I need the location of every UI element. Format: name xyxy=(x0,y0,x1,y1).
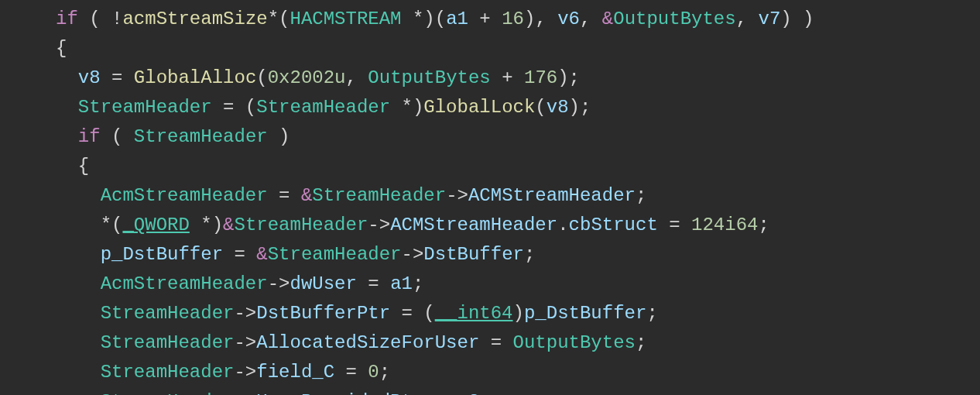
num-16: 16 xyxy=(502,9,524,29)
punct: ( xyxy=(78,9,111,29)
keyword-if: if xyxy=(78,126,101,147)
fn-GlobalAlloc: GlobalAlloc xyxy=(134,67,256,88)
punct: -> xyxy=(234,332,256,353)
punct: ; xyxy=(758,215,769,235)
punct: = xyxy=(479,332,512,353)
punct: *)( xyxy=(402,9,447,29)
punct: ); xyxy=(557,67,580,88)
id-a2: a2 xyxy=(457,391,480,395)
keyword-if: if xyxy=(56,9,78,29)
id-StreamHeader: StreamHeader xyxy=(78,97,212,118)
punct: *( xyxy=(268,9,290,29)
id-v6: v6 xyxy=(557,9,580,29)
id-OutputBytes: OutputBytes xyxy=(513,332,636,353)
punct: ; xyxy=(636,185,646,206)
decompiler-code-block: if ( !acmStreamSize*(HACMSTREAM *)(a1 + … xyxy=(0,0,980,395)
punct: ; xyxy=(646,303,657,324)
id-StreamHeader: StreamHeader xyxy=(234,215,368,235)
id-StreamHeader: StreamHeader xyxy=(101,391,235,395)
punct: ; xyxy=(379,362,390,383)
punct: -> xyxy=(234,303,256,324)
punct: ), xyxy=(524,9,557,29)
id-p_DstBuffer: p_DstBuffer xyxy=(101,244,223,265)
punct: ; xyxy=(479,391,490,395)
id-p_DstBuffer: p_DstBuffer xyxy=(524,303,646,324)
id-v7: v7 xyxy=(758,9,780,29)
punct: ( xyxy=(101,126,134,147)
id-v8: v8 xyxy=(78,67,101,88)
punct: ( xyxy=(256,67,267,88)
id-StreamHeader: StreamHeader xyxy=(268,244,402,265)
punct: *( xyxy=(101,215,123,235)
punct: ) ) xyxy=(780,9,814,29)
id-StreamHeader: StreamHeader xyxy=(134,126,268,147)
punct: = xyxy=(223,244,256,265)
id-StreamHeader: StreamHeader xyxy=(312,185,446,206)
field-DstBufferPtr: DstBufferPtr xyxy=(256,303,390,324)
field-ACMStreamHeader: ACMStreamHeader xyxy=(468,185,636,206)
punct: *) xyxy=(390,97,423,118)
fn-acmStreamSize: acmStreamSize xyxy=(122,9,267,29)
type-QWORD: _QWORD xyxy=(122,215,189,235)
num-124i64: 124i64 xyxy=(691,215,758,235)
field-field_C: field_C xyxy=(256,362,334,383)
punct: = ( xyxy=(390,303,435,324)
punct: = xyxy=(101,67,134,88)
num-0x2002u: 0x2002u xyxy=(268,67,346,88)
field-ACMStreamHeader: ACMStreamHeader xyxy=(390,215,557,235)
id-a1: a1 xyxy=(390,273,413,294)
punct: -> xyxy=(402,244,424,265)
id-v8: v8 xyxy=(547,97,569,118)
punct: ) xyxy=(268,126,290,147)
num-0: 0 xyxy=(368,362,379,383)
type-HACMSTREAM: HACMSTREAM xyxy=(290,9,402,29)
punct: = xyxy=(334,362,368,383)
field-DstBuffer: DstBuffer xyxy=(423,244,524,265)
id-StreamHeader: StreamHeader xyxy=(101,362,235,383)
punct: = xyxy=(268,185,301,206)
id-AcmStreamHeader: AcmStreamHeader xyxy=(101,273,268,294)
field-cbStruct: cbStruct xyxy=(569,215,658,235)
punct: ( xyxy=(535,97,546,118)
punct: , xyxy=(346,67,368,88)
id-AcmStreamHeader: AcmStreamHeader xyxy=(101,185,268,206)
op-addr: & xyxy=(223,215,234,235)
punct: ; xyxy=(524,244,535,265)
type-int64: __int64 xyxy=(435,303,513,324)
op-addr: & xyxy=(256,244,267,265)
punct: -> xyxy=(368,215,390,235)
punct: , xyxy=(736,9,759,29)
id-StreamHeader: StreamHeader xyxy=(101,332,235,353)
num-176: 176 xyxy=(524,67,557,88)
punct: , xyxy=(580,9,602,29)
punct: ) xyxy=(513,303,524,324)
punct: + xyxy=(468,9,502,29)
punct: = xyxy=(423,391,457,395)
brace-open: { xyxy=(56,38,67,59)
punct: -> xyxy=(268,273,290,294)
id-OutputBytes: OutputBytes xyxy=(368,67,490,88)
id-StreamHeader: StreamHeader xyxy=(101,303,235,324)
field-AllocatedSizeForUser: AllocatedSizeForUser xyxy=(256,332,479,353)
id-a1: a1 xyxy=(446,9,468,29)
op-not: ! xyxy=(111,9,122,29)
punct: = ( xyxy=(212,97,257,118)
punct: ); xyxy=(569,97,591,118)
punct: -> xyxy=(234,391,256,395)
punct: -> xyxy=(234,362,256,383)
punct: = xyxy=(658,215,691,235)
brace-open: { xyxy=(78,156,89,177)
punct: -> xyxy=(446,185,468,206)
punct: ; xyxy=(636,332,646,353)
punct: . xyxy=(557,215,568,235)
op-addr: & xyxy=(602,9,613,29)
id-OutputBytes: OutputBytes xyxy=(613,9,735,29)
field-UserProvidedPtr: UserProvidedPtr xyxy=(256,391,423,395)
type-StreamHeader: StreamHeader xyxy=(256,97,390,118)
fn-GlobalLock: GlobalLock xyxy=(423,97,535,118)
punct: = xyxy=(357,273,390,294)
punct: + xyxy=(491,67,524,88)
op-addr: & xyxy=(301,185,312,206)
field-dwUser: dwUser xyxy=(290,273,356,294)
punct: *) xyxy=(190,215,223,235)
